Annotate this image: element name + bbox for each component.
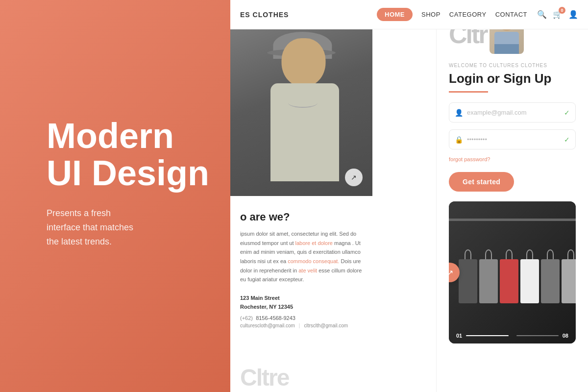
hero-arrow-btn[interactable]: ↗: [345, 169, 363, 186]
garment-body-4: [520, 259, 539, 303]
address-line2: Rochester, NY 12345: [240, 304, 293, 310]
email-divider: |: [299, 323, 300, 328]
password-input[interactable]: [449, 129, 576, 149]
phone-number: 8156-4568-9243: [256, 315, 295, 321]
about-section: o are we? ipsum dolor sit amet, consecte…: [230, 201, 372, 338]
left-panel: Modern UI Design Presents a fresh interf…: [0, 0, 230, 392]
navbar: ES CLOTHES HOME SHOP CATEGORY CONTACT 🔍 …: [230, 0, 588, 29]
about-title-text: o are we?: [240, 211, 290, 223]
hero-image-area: ↗: [230, 29, 372, 196]
right-login-panel: Cltr WELCOME TO CULTURES CLOTHES Login o…: [436, 0, 588, 392]
hanger-3: [506, 249, 513, 259]
login-title: Login or Sign Up: [449, 71, 576, 86]
carousel-dot-2: 08: [563, 333, 568, 339]
highlight-1: labore et dolore: [295, 240, 333, 246]
hanger-4: [526, 249, 533, 259]
nav-link-home[interactable]: HOME: [377, 8, 413, 21]
email-check-icon: ✓: [564, 109, 570, 117]
contact-emails: culturescloth@gmail.com | cltrsclth@gmai…: [240, 323, 363, 328]
email-field-wrapper: 👤 ✓: [449, 102, 576, 122]
clothes-image: [449, 201, 576, 343]
website-mockup: ES CLOTHES HOME SHOP CATEGORY CONTACT 🔍 …: [230, 0, 588, 392]
nav-links: HOME SHOP CATEGORY CONTACT: [377, 8, 527, 21]
logo-person-pants: [494, 44, 519, 54]
garment-body-3: [500, 259, 518, 303]
hanger-5: [547, 249, 554, 259]
garment-body-1: [459, 259, 477, 303]
highlight-2: commodo consequat.: [288, 258, 339, 264]
bottom-logo: Cltre: [230, 363, 372, 392]
search-icon[interactable]: 🔍: [537, 10, 547, 19]
email-input[interactable]: [449, 102, 576, 122]
garment-1: [459, 249, 477, 303]
hanger-1: [465, 249, 471, 259]
sub-heading: Presents a fresh interface that matches …: [47, 206, 209, 248]
password-field-wrapper: 🔒 ✓: [449, 129, 576, 149]
nav-link-category[interactable]: CATEGORY: [449, 11, 487, 18]
garment-5: [541, 249, 560, 303]
main-heading: Modern UI Design: [47, 118, 209, 192]
heading-line2: UI Design: [47, 153, 209, 193]
contact-phone: (+62) 8156-4568-9243: [240, 315, 363, 321]
email2: cltrsclth@gmail.com: [304, 323, 348, 328]
email1: culturescloth@gmail.com: [240, 323, 295, 328]
lock-field-icon: 🔒: [455, 136, 463, 144]
cart-wrapper[interactable]: 🛒 0: [553, 10, 563, 19]
user-field-icon: 👤: [455, 109, 463, 117]
carousel-dots: 01 08: [449, 333, 576, 339]
garment-body-6: [562, 259, 576, 303]
cart-badge-count: 0: [559, 7, 565, 14]
password-check-icon: ✓: [564, 136, 570, 144]
carousel-line-1: [466, 335, 508, 336]
nav-brand: ES CLOTHES: [240, 11, 289, 19]
get-started-button[interactable]: Get started: [449, 172, 514, 192]
left-text-content: Modern UI Design Presents a fresh interf…: [47, 118, 209, 249]
forgot-password-link[interactable]: forgot password?: [449, 156, 576, 162]
outer-wrapper: Modern UI Design Presents a fresh interf…: [0, 0, 588, 392]
heading-line1: Modern: [47, 116, 174, 155]
highlight-3: ate velit: [298, 268, 317, 273]
hanger-6: [567, 249, 574, 259]
garment-body-2: [479, 259, 498, 303]
bottom-logo-text: Cltre: [240, 364, 289, 391]
garment-4: [520, 249, 539, 303]
orange-underline: [449, 91, 488, 93]
hanger-2: [485, 249, 492, 259]
garment-body-5: [541, 259, 560, 303]
garment-6: [562, 249, 576, 303]
user-icon[interactable]: 👤: [568, 10, 578, 19]
carousel-dot-1: 01: [456, 333, 462, 339]
contact-address: 123 Main Street Rochester, NY 12345: [240, 294, 363, 311]
necklace: [288, 98, 318, 108]
garment-2: [479, 249, 498, 303]
hanging-rod: [449, 219, 576, 221]
clothes-carousel: ↗: [449, 201, 576, 343]
clothes-rack: [449, 201, 576, 343]
phone-code: (+62): [240, 315, 253, 321]
about-title: o are we?: [240, 211, 363, 223]
welcome-text: WELCOME TO CULTURES CLOTHES: [449, 63, 576, 68]
garment-3: [500, 249, 518, 303]
face-shape: [282, 38, 326, 87]
nav-link-contact[interactable]: CONTACT: [495, 11, 527, 18]
nav-icons: 🔍 🛒 0 👤: [537, 10, 578, 19]
about-text: ipsum dolor sit amet, consectetur ing el…: [240, 229, 363, 284]
address-line1: 123 Main Street: [240, 295, 280, 301]
nav-link-shop[interactable]: SHOP: [421, 11, 441, 18]
contact-info: 123 Main Street Rochester, NY 12345 (+62…: [240, 294, 363, 328]
carousel-line-2: [516, 335, 559, 336]
